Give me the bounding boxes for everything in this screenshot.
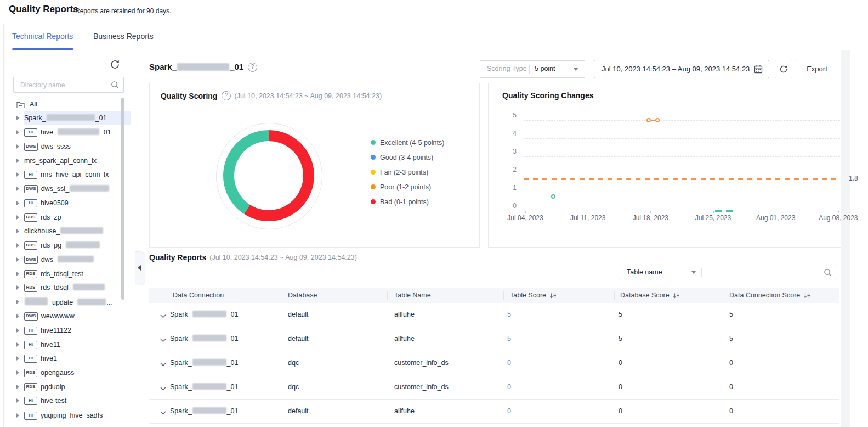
help-icon[interactable] (222, 91, 231, 100)
cell-database-score: 5 (619, 303, 622, 327)
expand-arrow-icon[interactable] (16, 229, 19, 233)
legend-item-excellent[interactable]: Excellent (4-5 points) (371, 135, 444, 150)
tab-technical-reports[interactable]: Technical Reports (12, 32, 73, 41)
cell-database: default (288, 327, 309, 351)
tree-item-label: hive0509 (41, 199, 69, 207)
expand-arrow-icon[interactable] (16, 187, 19, 191)
expand-arrow-icon[interactable] (16, 398, 19, 403)
tree-item-label: wewwwww (41, 312, 75, 320)
connection-type-badge: RDS (24, 241, 37, 250)
expand-arrow-icon[interactable] (16, 144, 19, 149)
table-row[interactable]: Spark__01 default allfuhe 5 5 5 (149, 327, 839, 351)
search-icon[interactable] (111, 81, 119, 91)
tree-item-label: rds_tdsql_ (41, 284, 105, 291)
expand-arrow-icon[interactable] (16, 201, 19, 205)
table-row[interactable]: Spark__01 dqc customer_info_ds 0 0 0 (149, 351, 839, 375)
connection-type-badge: RDS (24, 214, 37, 222)
chevron-down-icon[interactable] (160, 361, 166, 368)
cell-table-score-link[interactable]: 0 (507, 375, 511, 399)
cell-table-score-link[interactable]: 5 (507, 303, 511, 327)
expand-arrow-icon[interactable] (16, 215, 19, 220)
scoring-type-select[interactable]: Scoring Type 5 point (480, 60, 585, 78)
tree-item-label: hive1 (41, 355, 57, 362)
sort-icon[interactable] (549, 293, 557, 299)
tree-item-label: pgduoip (41, 383, 65, 391)
expand-arrow-icon[interactable] (16, 342, 19, 347)
table-row[interactable]: Spark__01 default allfuhe 5 5 5 (149, 303, 839, 327)
connection-title: Spark__01 (149, 60, 257, 74)
quality-scoring-changes-panel: Quality Scoring Changes (488, 83, 841, 248)
table-row[interactable]: Spark__01 dqc customer_info_ds 0 0 0 (149, 375, 839, 400)
expand-arrow-icon[interactable] (16, 116, 19, 120)
cell-table-name: customer_info_ds (394, 351, 449, 375)
date-range-picker[interactable]: Jul 10, 2023 14:54:23 – Aug 09, 2023 14:… (594, 60, 769, 78)
expand-arrow-icon[interactable] (16, 285, 19, 290)
sidebar-collapse-handle[interactable] (135, 251, 145, 285)
legend-item-good[interactable]: Good (3-4 points) (371, 150, 444, 165)
quality-scoring-donut (223, 130, 314, 221)
cell-table-score-link[interactable]: 5 (507, 327, 511, 351)
sort-icon[interactable] (803, 293, 810, 299)
directory-search-input[interactable] (19, 78, 108, 92)
tree-scrollbar[interactable] (121, 98, 124, 300)
col-data-connection: Data Connection (173, 288, 224, 303)
tab-business-reports[interactable]: Business Reports (93, 32, 154, 41)
expand-arrow-icon[interactable] (16, 328, 19, 333)
expand-arrow-icon[interactable] (16, 356, 19, 361)
page-title: Quality Reports (9, 4, 78, 15)
cell-database: default (288, 303, 309, 327)
expand-arrow-icon[interactable] (16, 272, 19, 276)
tree-item-label: Spark__01 (24, 114, 106, 122)
tree-item-label: hive-test (41, 397, 66, 404)
cell-table-score-link[interactable]: 0 (507, 351, 511, 375)
legend-item-fair[interactable]: Fair (2-3 points) (371, 165, 444, 179)
filter-field-value[interactable]: Table name (627, 268, 662, 276)
expand-arrow-icon[interactable] (16, 314, 19, 318)
expand-arrow-icon[interactable] (16, 385, 19, 389)
cell-database: dqc (288, 375, 299, 399)
good-dot-icon (371, 155, 376, 160)
sort-icon[interactable] (673, 293, 680, 299)
legend-item-bad[interactable]: Bad (0-1 points) (371, 194, 444, 209)
cell-database-score: 0 (619, 400, 622, 423)
folder-icon (16, 101, 25, 108)
cell-connection-score: 0 (729, 375, 733, 399)
connection-type-badge: RDS (24, 383, 37, 391)
tree-item-label: dws_ssl_ (41, 185, 110, 193)
redacted-text (192, 383, 226, 390)
chevron-down-icon[interactable] (691, 271, 696, 274)
chevron-down-icon[interactable] (160, 385, 166, 392)
redacted-text (70, 185, 109, 192)
tree-item-label: clickhouse_ (24, 227, 104, 235)
select-divider (529, 65, 530, 74)
cell-table-score-link[interactable]: 0 (507, 400, 511, 423)
expand-arrow-icon[interactable] (16, 257, 19, 262)
help-icon[interactable] (248, 63, 257, 72)
expand-arrow-icon[interactable] (16, 159, 19, 163)
legend-item-poor[interactable]: Poor (1-2 points) (371, 179, 444, 194)
expand-arrow-icon[interactable] (16, 413, 19, 418)
table-row[interactable]: Spark__01 default allfuhe 0 0 0 (149, 400, 839, 424)
tree-refresh-icon[interactable] (110, 59, 121, 70)
expand-arrow-icon[interactable] (16, 243, 19, 248)
calendar-icon[interactable] (754, 65, 763, 74)
tree-item-label: hive11122 (41, 327, 71, 334)
search-icon[interactable] (824, 268, 832, 278)
refresh-button[interactable] (775, 60, 792, 78)
cell-data-connection: Spark__01 (170, 303, 238, 327)
expand-arrow-icon[interactable] (16, 130, 19, 134)
expand-arrow-icon[interactable] (16, 172, 19, 177)
tabs-bottom-border (3, 50, 868, 50)
chevron-down-icon[interactable] (160, 409, 166, 417)
redacted-text (58, 128, 99, 135)
table-filter-input[interactable] (706, 266, 818, 279)
cell-data-connection: Spark__01 (170, 375, 238, 399)
chevron-down-icon[interactable] (160, 336, 166, 344)
expand-arrow-icon[interactable] (16, 370, 19, 375)
chevron-down-icon[interactable] (160, 312, 166, 320)
expand-arrow-icon[interactable] (16, 300, 19, 304)
export-button[interactable]: Export (796, 60, 838, 78)
connection-type-badge: DWS (24, 185, 38, 193)
connection-type-badge: RDS (24, 284, 37, 292)
connection-type-badge: DWS (24, 143, 38, 151)
